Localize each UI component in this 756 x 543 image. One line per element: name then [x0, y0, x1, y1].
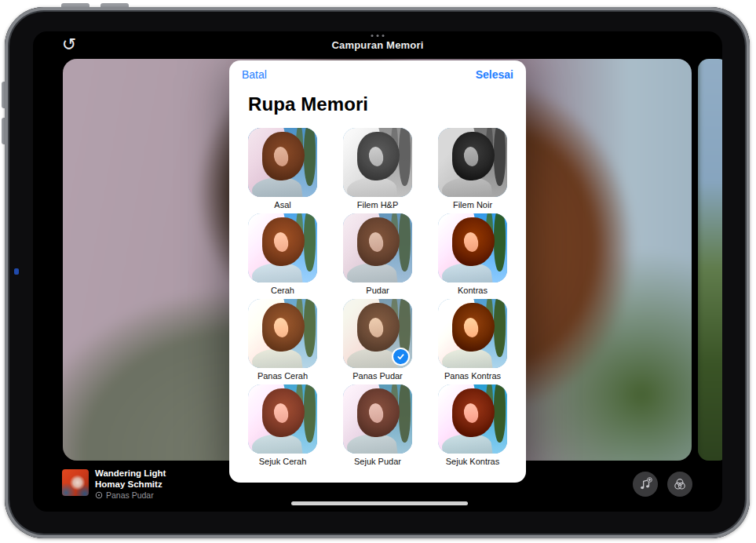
look-label: Panas Pudar	[343, 371, 412, 381]
art-tree1	[304, 384, 316, 443]
look-label: Kontras	[438, 286, 507, 296]
look-label: Panas Cerah	[248, 371, 317, 381]
look-thumbnail-art	[438, 213, 507, 282]
art-tree1	[304, 128, 316, 186]
look-thumbnail	[438, 213, 507, 282]
look-option-filem-h-p[interactable]: Filem H&P	[343, 128, 412, 210]
look-option-cerah[interactable]: Cerah	[248, 213, 317, 296]
memory-looks-panel: Batal Selesai Rupa Memori AsalFilem H&PF…	[229, 60, 526, 483]
look-option-filem-noir[interactable]: Filem Noir	[438, 128, 507, 210]
look-label: Pudar	[343, 286, 412, 296]
look-thumbnail	[343, 128, 412, 197]
art-tree1	[399, 213, 411, 272]
look-option-asal[interactable]: Asal	[248, 128, 317, 210]
top-bar: ↺ Campuran Memori	[33, 31, 722, 59]
look-label: Asal	[248, 200, 317, 210]
look-thumbnail-art	[248, 299, 317, 368]
add-music-button[interactable]	[633, 472, 658, 497]
look-thumbnail	[438, 384, 507, 454]
look-thumbnail	[248, 299, 317, 368]
look-thumbnail	[248, 213, 317, 282]
look-option-pudar[interactable]: Pudar	[343, 213, 412, 296]
multitasking-dots-icon[interactable]	[371, 35, 385, 37]
filters-overlapping-circles-icon	[672, 476, 688, 492]
next-memory-photo-art	[698, 59, 722, 461]
now-playing-info: Wandering Light Homay Schmitz Panas Puda…	[95, 468, 166, 501]
home-indicator[interactable]	[291, 501, 468, 505]
look-thumbnail-art	[248, 384, 317, 454]
art-tree1	[399, 384, 411, 443]
look-option-sejuk-pudar[interactable]: Sejuk Pudar	[343, 384, 412, 467]
add-music-icon	[637, 476, 653, 492]
look-thumbnail-art	[343, 128, 412, 197]
look-circle-icon	[95, 491, 103, 499]
look-label: Sejuk Cerah	[248, 457, 317, 467]
look-label: Filem H&P	[343, 200, 412, 210]
current-look-line: Panas Pudar	[95, 490, 166, 501]
bezel-indicator-dot	[14, 268, 19, 275]
look-option-sejuk-kontras[interactable]: Sejuk Kontras	[438, 384, 507, 467]
look-thumbnail-art	[343, 213, 412, 282]
looks-grid: AsalFilem H&PFilem NoirCerahPudarKontras…	[248, 128, 507, 467]
cancel-button[interactable]: Batal	[242, 68, 267, 81]
look-thumbnail-art	[438, 299, 507, 368]
look-label: Filem Noir	[438, 200, 507, 210]
look-thumbnail	[248, 128, 317, 197]
page-title: Campuran Memori	[33, 39, 722, 51]
look-thumbnail	[438, 128, 507, 197]
look-thumbnail	[343, 213, 412, 282]
ipad-screen: ↺ Campuran Memori Wandering Light Homay …	[33, 31, 722, 512]
look-option-panas-cerah[interactable]: Panas Cerah	[248, 299, 317, 381]
artist-name: Homay Schmitz	[95, 479, 166, 490]
look-option-kontras[interactable]: Kontras	[438, 213, 507, 296]
look-label: Sejuk Kontras	[438, 457, 507, 467]
look-label: Sejuk Pudar	[343, 457, 412, 467]
look-option-sejuk-cerah[interactable]: Sejuk Cerah	[248, 384, 317, 467]
art-tree1	[304, 213, 316, 272]
done-button[interactable]: Selesai	[476, 68, 513, 81]
look-label: Cerah	[248, 286, 317, 296]
panel-header: Batal Selesai	[229, 60, 526, 89]
song-title: Wandering Light	[95, 468, 166, 479]
art-tree1	[494, 384, 506, 443]
look-thumbnail	[248, 384, 317, 454]
look-thumbnail	[343, 384, 412, 454]
look-thumbnail	[438, 299, 507, 368]
screenshot-stage: ↺ Campuran Memori Wandering Light Homay …	[0, 0, 756, 543]
art-tree1	[494, 128, 506, 186]
art-tree1	[494, 299, 506, 357]
look-label: Panas Kontras	[438, 371, 507, 381]
look-thumbnail	[343, 299, 412, 368]
ipad-device-frame: ↺ Campuran Memori Wandering Light Homay …	[5, 7, 750, 538]
look-thumbnail-art	[248, 213, 317, 282]
art-tree1	[304, 299, 316, 357]
look-option-panas-kontras[interactable]: Panas Kontras	[438, 299, 507, 381]
selected-check-icon	[392, 348, 410, 366]
album-art	[62, 469, 89, 496]
look-thumbnail-art	[438, 384, 507, 454]
panel-title: Rupa Memori	[248, 93, 368, 115]
art-tree1	[494, 213, 506, 272]
memory-looks-button[interactable]	[667, 472, 692, 497]
look-thumbnail-art	[438, 128, 507, 197]
next-memory-photo-peek	[698, 59, 722, 461]
look-thumbnail-art	[248, 128, 317, 197]
current-look-name: Panas Pudar	[106, 490, 154, 501]
look-option-panas-pudar[interactable]: Panas Pudar	[343, 299, 412, 381]
art-tree1	[399, 128, 411, 186]
look-thumbnail-art	[343, 384, 412, 454]
